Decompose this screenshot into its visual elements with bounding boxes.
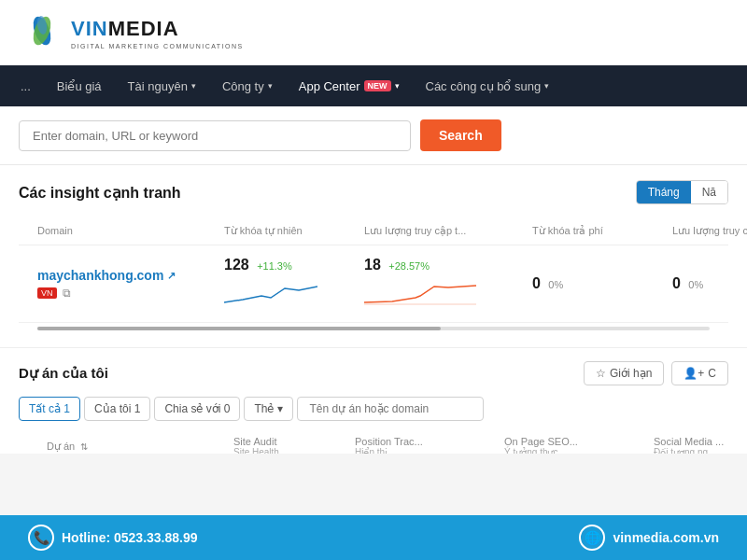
footer-bar: 📞 Hotline: 0523.33.88.99 🌐 vinmedia.com.…: [0, 515, 747, 560]
star-icon: ☆: [596, 367, 606, 380]
chevron-down-icon: ▾: [277, 402, 283, 415]
nav-item-congty[interactable]: Công ty ▾: [211, 72, 284, 101]
scroll-thumb[interactable]: [37, 327, 441, 330]
filter-tab-all[interactable]: Tất cả 1: [19, 397, 80, 421]
col-organic-traffic: Lưu lượng truy cập t...: [364, 225, 532, 237]
filter-tab-shared[interactable]: Chia sẻ với 0: [154, 397, 240, 421]
col-paid-kw: Từ khóa trả phí: [532, 225, 672, 237]
insights-header: Các insight cạnh tranh Tháng Nă: [19, 180, 728, 204]
proj-col-social: Social Media ... Đối tượng ng...: [654, 436, 747, 454]
projects-section: Dự án của tôi ☆ Giới hạn 👤+ C Tất cả 1: [0, 348, 747, 454]
chevron-down-icon: ▾: [268, 81, 273, 91]
phone-icon: 📞: [28, 525, 54, 551]
domain-cell: maychankhong.com ↗ VN ⧉: [37, 268, 224, 300]
main-content: Các insight cạnh tranh Tháng Nă Domain T…: [0, 165, 747, 454]
search-button[interactable]: Search: [420, 119, 501, 151]
logo-subtitle: DIGITAL MARKETING COMMUNICATIONS: [71, 43, 244, 49]
domain-flags: VN ⧉: [37, 287, 224, 300]
nav-item-tools[interactable]: Các công cụ bổ sung ▾: [415, 72, 561, 101]
nav-bar: ... Biểu giá Tài nguyên ▾ Công ty ▾ App …: [0, 65, 747, 106]
domain-link[interactable]: maychankhong.com ↗: [37, 268, 224, 283]
proj-col-position: Position Trac... Hiển thị: [355, 436, 504, 454]
footer-website: 🌐 vinmedia.com.vn: [579, 525, 719, 551]
organic-sparkline: [224, 279, 364, 311]
project-search-input[interactable]: [297, 397, 484, 421]
logo-leaf-icon: [19, 14, 65, 51]
proj-col-siteaudit: Site Audit Site Health: [233, 436, 355, 454]
col-organic-kw: Từ khóa tự nhiên: [224, 225, 364, 237]
footer-hotline: 📞 Hotline: 0523.33.88.99: [28, 525, 198, 551]
paid-kw-cell: 0 0%: [532, 275, 672, 292]
projects-title: Dự án của tôi: [19, 365, 108, 382]
filter-tabs: Tất cả 1 Của tôi 1 Chia sẻ với 0 Thẻ ▾: [19, 397, 728, 421]
scroll-bar-container[interactable]: [19, 323, 728, 338]
add-icon: 👤+: [684, 367, 704, 380]
logo-text: VINMEDIA: [71, 17, 244, 41]
insights-table-row: maychankhong.com ↗ VN ⧉ 128 +11.3%: [19, 245, 728, 323]
add-button[interactable]: 👤+ C: [671, 361, 728, 385]
tab-nam[interactable]: Nă: [691, 181, 727, 203]
limit-button[interactable]: ☆ Giới hạn: [584, 361, 664, 385]
logo[interactable]: VINMEDIA DIGITAL MARKETING COMMUNICATION…: [19, 14, 244, 51]
chevron-down-icon: ▾: [395, 81, 400, 91]
col-paid-traffic: Lưu lượng truy cập t...: [672, 225, 747, 237]
external-link-icon: ↗: [167, 270, 176, 282]
chevron-down-icon: ▾: [191, 81, 196, 91]
proj-col-onpage: On Page SEO... Ý tưởng thực ...: [504, 436, 654, 454]
tab-thang[interactable]: Tháng: [637, 181, 691, 203]
flag-vn: VN: [37, 287, 57, 299]
paid-traffic-cell: 0 0%: [672, 275, 747, 292]
search-bar: Search: [0, 106, 747, 165]
insights-section: Các insight cạnh tranh Tháng Nă Domain T…: [0, 165, 747, 348]
insights-tab-group: Tháng Nă: [636, 180, 728, 204]
nav-item-appcenter[interactable]: App Center NEW ▾: [288, 72, 411, 101]
insights-title: Các insight cạnh tranh: [19, 184, 181, 202]
header-logo-area: VINMEDIA DIGITAL MARKETING COMMUNICATION…: [0, 0, 747, 65]
organic-kw-cell: 128 +11.3%: [224, 257, 364, 311]
proj-col-name: Dự án ⇅: [47, 441, 233, 453]
new-badge: NEW: [364, 80, 391, 91]
nav-item-bieugía[interactable]: Biểu giá: [46, 72, 113, 101]
insights-table-header: Domain Từ khóa tự nhiên Lưu lượng truy c…: [19, 217, 728, 245]
chevron-down-icon: ▾: [544, 81, 549, 91]
col-domain: Domain: [37, 225, 224, 237]
filter-tab-mine[interactable]: Của tôi 1: [84, 397, 150, 421]
nav-item-dots[interactable]: ...: [9, 72, 42, 101]
nav-item-tainguyen[interactable]: Tài nguyên ▾: [117, 72, 207, 101]
projects-header: Dự án của tôi ☆ Giới hạn 👤+ C: [19, 361, 728, 385]
sort-icon[interactable]: ⇅: [80, 441, 88, 452]
copy-icon[interactable]: ⧉: [63, 287, 71, 300]
search-input[interactable]: [19, 120, 411, 151]
projects-table-header: Dự án ⇅ Site Audit Site Health Position …: [19, 430, 728, 454]
globe-icon: 🌐: [579, 525, 605, 551]
projects-actions: ☆ Giới hạn 👤+ C: [584, 361, 728, 385]
tag-dropdown[interactable]: Thẻ ▾: [244, 397, 293, 421]
organic-traffic-cell: 18 +28.57%: [364, 257, 532, 311]
traffic-sparkline: [364, 279, 532, 311]
scroll-track: [37, 327, 710, 330]
